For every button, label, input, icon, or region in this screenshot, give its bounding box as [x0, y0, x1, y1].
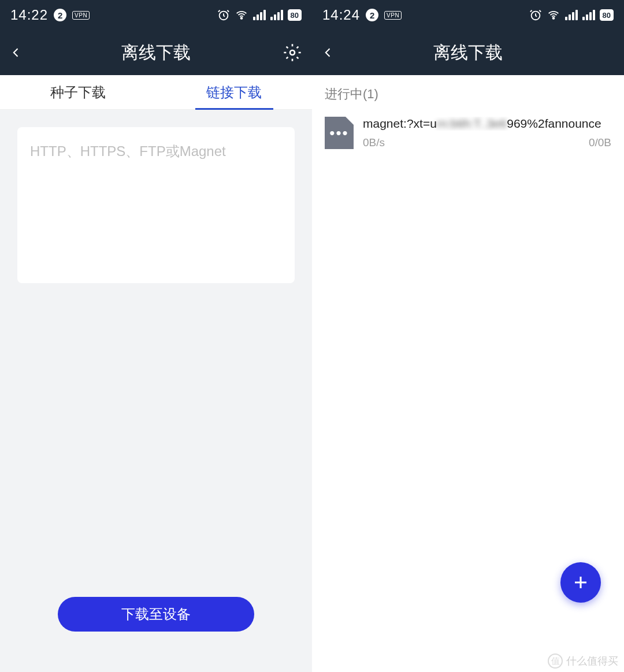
download-progress: 0/0B — [589, 136, 611, 149]
page-title: 离线下载 — [121, 41, 191, 65]
watermark-logo-icon: 值 — [548, 654, 563, 669]
settings-button[interactable] — [278, 43, 302, 62]
tab-seed-download[interactable]: 种子下载 — [0, 75, 156, 109]
back-button[interactable] — [322, 43, 346, 62]
signal-icon-2 — [582, 10, 595, 20]
tab-label: 种子下载 — [50, 83, 106, 102]
download-to-device-button[interactable]: 下载至设备 — [58, 597, 254, 632]
chevron-left-icon — [10, 43, 22, 62]
battery-icon: 80 — [600, 9, 614, 21]
input-placeholder: HTTP、HTTPS、FTP或Magnet — [30, 142, 282, 161]
status-bar: 14:22 2 VPN 80 — [0, 0, 312, 30]
alarm-icon — [217, 9, 230, 21]
signal-icon-2 — [270, 10, 283, 20]
signal-icon — [565, 10, 578, 20]
plus-icon — [572, 574, 589, 591]
battery-icon: 80 — [288, 9, 302, 21]
watermark-text: 什么值得买 — [566, 654, 618, 668]
watermark: 值 什么值得买 — [548, 654, 618, 669]
file-icon: ••• — [325, 117, 354, 149]
wifi-icon — [235, 9, 248, 21]
svg-point-4 — [552, 17, 554, 19]
status-time: 14:24 — [322, 7, 360, 23]
download-item[interactable]: ••• magnet:?xt=urn:btih:T..3e6969%2fanno… — [312, 113, 624, 153]
notification-count-badge: 2 — [366, 9, 378, 21]
status-time: 14:22 — [10, 7, 48, 23]
status-bar: 14:24 2 VPN 80 — [312, 0, 624, 30]
svg-point-2 — [290, 50, 295, 55]
alarm-icon — [529, 9, 542, 21]
chevron-left-icon — [322, 43, 334, 62]
svg-point-1 — [240, 17, 242, 19]
download-item-title: magnet:?xt=urn:btih:T..3e6969%2fannounce — [363, 117, 611, 131]
tab-bar: 种子下载 链接下载 — [0, 75, 312, 110]
tab-link-download[interactable]: 链接下载 — [156, 75, 312, 109]
notification-count-badge: 2 — [54, 9, 66, 21]
download-speed: 0B/s — [363, 136, 385, 149]
nav-bar: 离线下载 — [312, 30, 624, 75]
gear-icon — [283, 43, 302, 62]
section-in-progress: 进行中(1) — [312, 75, 624, 113]
add-download-button[interactable] — [560, 562, 601, 603]
wifi-icon — [547, 9, 560, 21]
url-input[interactable]: HTTP、HTTPS、FTP或Magnet — [17, 127, 295, 283]
signal-icon — [253, 10, 266, 20]
back-button[interactable] — [10, 43, 34, 62]
tab-label: 链接下载 — [206, 83, 262, 102]
vpn-icon: VPN — [384, 11, 402, 20]
page-title: 离线下载 — [433, 41, 503, 65]
ellipsis-icon: ••• — [329, 125, 348, 140]
vpn-icon: VPN — [72, 11, 90, 20]
nav-bar: 离线下载 — [0, 30, 312, 75]
